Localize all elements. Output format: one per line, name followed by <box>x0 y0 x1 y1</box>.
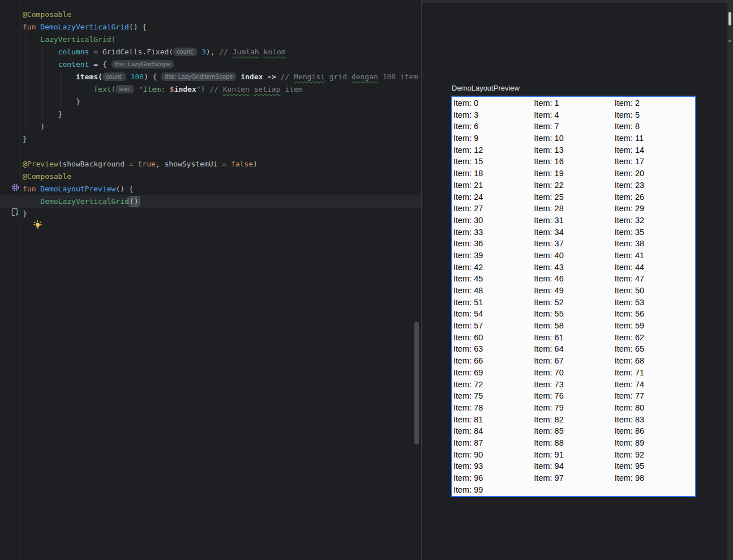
inlay-hint-chip[interactable]: this: LazyGridItemScope <box>161 72 236 81</box>
code-token <box>197 48 202 56</box>
inlay-hint-chip[interactable]: count: <box>102 72 126 81</box>
inlay-hint-chip[interactable]: count: <box>173 48 197 56</box>
grid-item: Item: 84 <box>453 425 534 437</box>
grid-item: Item: 67 <box>534 355 614 367</box>
code-token: setiap <box>254 85 281 93</box>
code-token: false <box>231 160 253 168</box>
grid-item: Item: 38 <box>615 238 695 250</box>
preview-canvas[interactable]: Item: 0Item: 1Item: 2Item: 3Item: 4Item:… <box>451 96 696 497</box>
grid-item: Item: 58 <box>534 320 614 332</box>
code-token: , <box>156 160 165 168</box>
code-token: } <box>23 97 80 106</box>
grid-item: Item: 25 <box>534 191 614 203</box>
grid-item: Item: 46 <box>534 273 614 285</box>
code-token: // <box>209 85 222 93</box>
grid-item: Item: 20 <box>615 168 695 179</box>
stripe-scrollbar-thumb[interactable] <box>728 12 731 25</box>
code-line[interactable]: fun DemoLayoutPreview() { <box>0 183 422 195</box>
code-token: = <box>89 48 102 56</box>
code-line[interactable] <box>0 146 422 158</box>
grid-item: Item: 47 <box>615 273 695 285</box>
code-token: } <box>23 210 27 218</box>
grid-item: Item: 76 <box>534 390 614 402</box>
inlay-hint-chip[interactable]: this: LazyGridScope <box>112 60 174 69</box>
code-line[interactable]: content = { this: LazyGridScope <box>0 58 422 71</box>
grid-item: Item: 56 <box>615 308 695 320</box>
grid-item: Item: 15 <box>453 156 534 168</box>
grid-item: Item: 65 <box>615 343 695 355</box>
code-line[interactable]: } <box>0 208 422 220</box>
code-token <box>134 85 139 93</box>
editor-vertical-scrollbar[interactable] <box>414 322 419 444</box>
code-area[interactable]: @Composablefun DemoLazyVerticalGrid() { … <box>0 8 422 220</box>
code-token: } <box>23 135 27 143</box>
code-line[interactable]: } <box>0 108 422 121</box>
grid-item: Item: 93 <box>453 460 534 472</box>
grid-item: Item: 59 <box>615 320 695 332</box>
grid-item: Item: 72 <box>453 379 534 391</box>
code-line[interactable]: ) <box>0 121 422 133</box>
code-token: ) <box>23 122 45 131</box>
code-token: () <box>129 196 139 206</box>
grid-item: Item: 40 <box>534 250 614 262</box>
code-token: kolom <box>264 48 286 56</box>
code-line[interactable]: @Composable <box>0 8 422 21</box>
grid-item: Item: 82 <box>534 414 614 426</box>
code-editor-pane[interactable]: @Composablefun DemoLazyVerticalGrid() { … <box>0 0 422 560</box>
grid-item: Item: 57 <box>453 320 534 332</box>
code-token: LazyVerticalGrid( <box>40 35 115 44</box>
code-token: 100 <box>131 72 144 81</box>
code-token: ) { <box>144 72 161 81</box>
grid-item: Item: 87 <box>453 437 534 449</box>
code-line[interactable]: fun DemoLazyVerticalGrid() { <box>0 21 422 33</box>
grid-item: Item: 73 <box>534 379 614 391</box>
code-token: @Composable <box>23 10 71 19</box>
grid-item: Item: 37 <box>534 238 614 250</box>
intention-bulb-icon <box>33 220 42 230</box>
code-token: fun <box>23 23 40 31</box>
grid-item: Item: 55 <box>534 308 614 320</box>
grid-item: Item: 23 <box>615 179 695 191</box>
code-token <box>23 72 76 81</box>
code-line[interactable]: } <box>0 96 422 108</box>
code-line[interactable]: DemoLazyVerticalGrid() <box>0 195 422 208</box>
grid-item: Item: 49 <box>534 285 614 297</box>
grid-item: Item: 19 <box>534 168 614 179</box>
grid-item: Item: 4 <box>534 109 614 121</box>
code-line[interactable]: @Preview(showBackground = true, showSyst… <box>0 158 422 170</box>
code-line[interactable]: } <box>0 133 422 146</box>
code-line[interactable]: items(count: 100) { this: LazyGridItemSc… <box>0 71 422 83</box>
code-token: dengan <box>352 72 378 81</box>
code-line[interactable]: @Composable <box>0 170 422 183</box>
compose-preview-pane[interactable]: DemoLayoutPreview Item: 0Item: 1Item: 2I… <box>422 0 727 560</box>
grid-item: Item: 12 <box>453 144 534 156</box>
grid-item: Item: 2 <box>615 97 695 109</box>
grid-item: Item: 28 <box>534 203 614 215</box>
grid-item: Item: 71 <box>615 367 695 379</box>
grid-item: Item: 11 <box>615 132 695 144</box>
grid-item: Item: 8 <box>615 121 695 132</box>
grid-item: Item: 31 <box>534 215 614 226</box>
grid-item: Item: 30 <box>453 215 534 226</box>
grid-item: Item: 17 <box>615 156 695 168</box>
code-token: 3 <box>202 48 206 56</box>
grid-item: Item: 36 <box>453 238 534 250</box>
code-token: // <box>281 72 294 81</box>
preview-title: DemoLayoutPreview <box>452 84 520 92</box>
grid-item: Item: 24 <box>453 191 534 203</box>
grid-item: Item: 74 <box>615 379 695 391</box>
code-line[interactable]: LazyVerticalGrid( <box>0 33 422 46</box>
grid-item: Item: 45 <box>453 273 534 285</box>
grid-item: Item: 33 <box>453 226 534 238</box>
code-token: ) <box>253 160 258 168</box>
grid-item: Item: 61 <box>534 332 614 344</box>
grid-item: Item: 97 <box>534 472 614 484</box>
grid-item: Item: 86 <box>615 425 695 437</box>
code-line[interactable]: columns = GridCells.Fixed(count: 3), // … <box>0 46 422 58</box>
code-token: ), <box>206 48 219 56</box>
code-token: columns <box>58 48 89 56</box>
inlay-hint-chip[interactable]: text: <box>115 85 134 93</box>
grid-item: Item: 51 <box>453 297 534 309</box>
code-line[interactable]: Text(text: "Item: $index") // Konten set… <box>0 83 422 96</box>
indent-guide <box>60 71 61 108</box>
